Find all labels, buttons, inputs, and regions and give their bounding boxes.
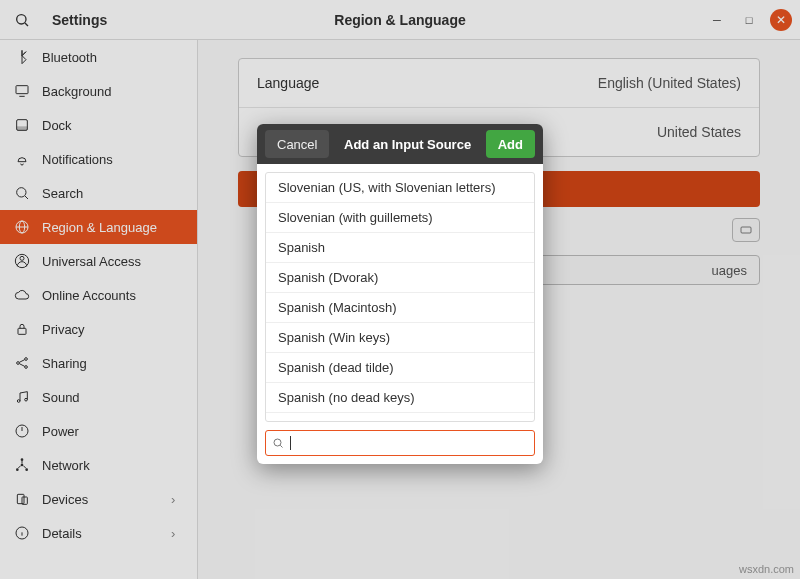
list-item[interactable]: Spanish (Dvorak)	[266, 263, 534, 293]
modal-overlay: Cancel Add an Input Source Add Slovenian…	[0, 0, 800, 579]
list-item[interactable]: Slovenian (with guillemets)	[266, 203, 534, 233]
dialog-search-field[interactable]	[265, 430, 535, 456]
list-item[interactable]: Spanish (with Sun dead keys)	[266, 413, 534, 422]
list-item[interactable]: Spanish (Macintosh)	[266, 293, 534, 323]
list-item[interactable]: Slovenian (US, with Slovenian letters)	[266, 173, 534, 203]
input-source-list[interactable]: Slovenian (US, with Slovenian letters)Sl…	[265, 172, 535, 422]
svg-point-7	[274, 439, 281, 446]
watermark: wsxdn.com	[739, 563, 794, 575]
list-item[interactable]: Spanish	[266, 233, 534, 263]
cancel-button[interactable]: Cancel	[265, 130, 329, 158]
add-input-source-dialog: Cancel Add an Input Source Add Slovenian…	[257, 124, 543, 464]
list-item[interactable]: Spanish (Win keys)	[266, 323, 534, 353]
search-input[interactable]	[297, 436, 528, 451]
list-item[interactable]: Spanish (dead tilde)	[266, 353, 534, 383]
add-button[interactable]: Add	[486, 130, 535, 158]
search-icon	[272, 437, 284, 449]
svg-line-8	[280, 445, 282, 447]
dialog-header: Cancel Add an Input Source Add	[257, 124, 543, 164]
text-cursor	[290, 436, 291, 450]
dialog-title: Add an Input Source	[344, 137, 471, 152]
list-item[interactable]: Spanish (no dead keys)	[266, 383, 534, 413]
